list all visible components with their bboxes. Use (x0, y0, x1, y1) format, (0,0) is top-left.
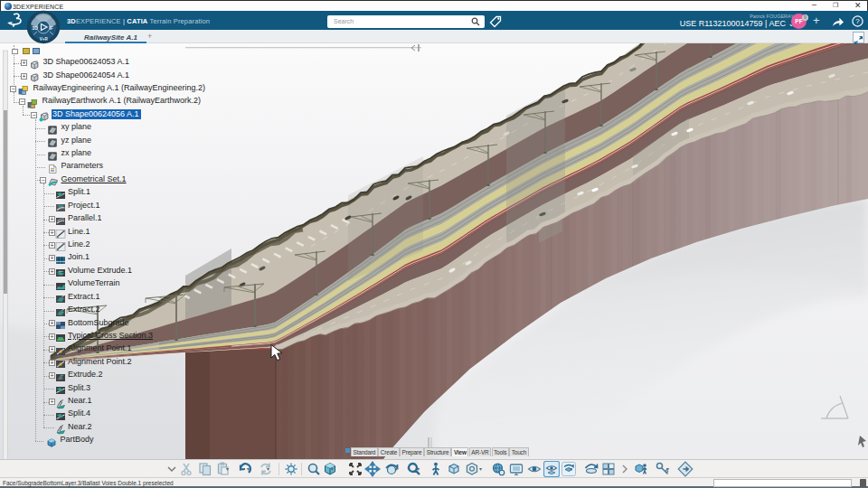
svg-text:?: ? (855, 17, 860, 25)
svg-text:iF: iF (50, 26, 53, 31)
svg-text:V+R: V+R (40, 37, 49, 42)
svg-text:3D: 3D (33, 26, 39, 31)
